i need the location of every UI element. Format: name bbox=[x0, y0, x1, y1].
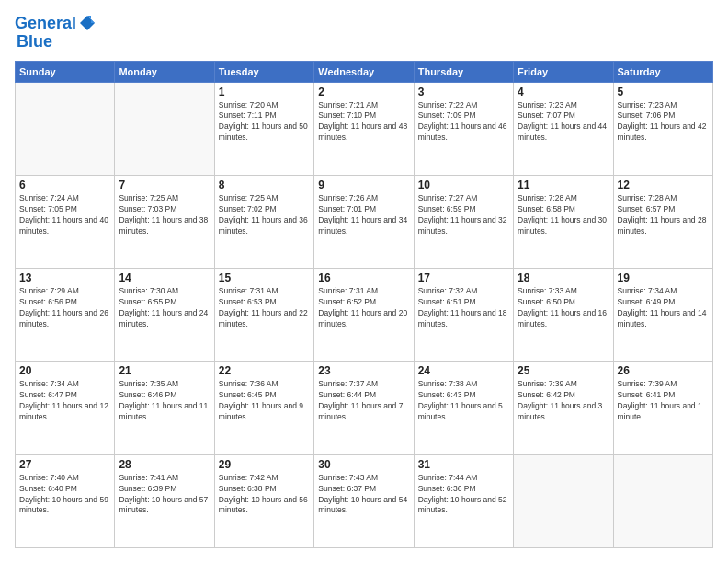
day-number: 22 bbox=[219, 364, 310, 377]
calendar-cell: 4Sunrise: 7:23 AMSunset: 7:07 PMDaylight… bbox=[514, 82, 613, 175]
day-number: 4 bbox=[518, 86, 609, 98]
weekday-header-monday: Monday bbox=[115, 61, 214, 82]
day-number: 14 bbox=[119, 271, 210, 284]
calendar-cell: 5Sunrise: 7:23 AMSunset: 7:06 PMDaylight… bbox=[613, 82, 712, 175]
day-number: 23 bbox=[318, 364, 409, 377]
calendar-week-1: 6Sunrise: 7:24 AMSunset: 7:05 PMDaylight… bbox=[16, 175, 713, 268]
cell-info: Sunrise: 7:36 AMSunset: 6:45 PMDaylight:… bbox=[219, 379, 310, 423]
cell-info: Sunrise: 7:35 AMSunset: 6:46 PMDaylight:… bbox=[119, 379, 210, 423]
calendar-cell: 2Sunrise: 7:21 AMSunset: 7:10 PMDaylight… bbox=[314, 82, 414, 175]
calendar-cell: 9Sunrise: 7:26 AMSunset: 7:01 PMDaylight… bbox=[314, 175, 414, 268]
calendar-cell: 7Sunrise: 7:25 AMSunset: 7:03 PMDaylight… bbox=[115, 175, 214, 268]
cell-info: Sunrise: 7:29 AMSunset: 6:56 PMDaylight:… bbox=[19, 286, 110, 330]
calendar-cell: 17Sunrise: 7:32 AMSunset: 6:51 PMDayligh… bbox=[414, 269, 513, 362]
cell-info: Sunrise: 7:28 AMSunset: 6:58 PMDaylight:… bbox=[518, 193, 609, 237]
logo-text: General bbox=[15, 15, 76, 33]
calendar-cell: 13Sunrise: 7:29 AMSunset: 6:56 PMDayligh… bbox=[16, 269, 115, 362]
calendar-cell: 8Sunrise: 7:25 AMSunset: 7:02 PMDaylight… bbox=[214, 175, 313, 268]
cell-info: Sunrise: 7:31 AMSunset: 6:52 PMDaylight:… bbox=[318, 286, 409, 330]
page: General Blue SundayMondayTuesdayWednesda… bbox=[0, 0, 728, 563]
cell-info: Sunrise: 7:34 AMSunset: 6:49 PMDaylight:… bbox=[618, 286, 709, 330]
day-number: 11 bbox=[518, 178, 609, 191]
day-number: 16 bbox=[318, 271, 409, 284]
calendar-week-4: 27Sunrise: 7:40 AMSunset: 6:40 PMDayligh… bbox=[16, 454, 713, 547]
calendar-cell bbox=[613, 454, 712, 547]
day-number: 8 bbox=[219, 178, 310, 191]
logo: General Blue bbox=[15, 15, 97, 52]
cell-info: Sunrise: 7:37 AMSunset: 6:44 PMDaylight:… bbox=[318, 379, 409, 423]
cell-info: Sunrise: 7:40 AMSunset: 6:40 PMDaylight:… bbox=[19, 473, 110, 517]
cell-info: Sunrise: 7:25 AMSunset: 7:02 PMDaylight:… bbox=[219, 193, 310, 237]
calendar-cell bbox=[115, 82, 214, 175]
day-number: 7 bbox=[119, 178, 210, 191]
day-number: 20 bbox=[19, 364, 110, 377]
calendar-cell: 18Sunrise: 7:33 AMSunset: 6:50 PMDayligh… bbox=[514, 269, 613, 362]
day-number: 5 bbox=[618, 86, 709, 98]
day-number: 25 bbox=[518, 364, 609, 377]
weekday-header-wednesday: Wednesday bbox=[314, 61, 414, 82]
day-number: 24 bbox=[418, 364, 509, 377]
calendar-cell: 27Sunrise: 7:40 AMSunset: 6:40 PMDayligh… bbox=[16, 454, 115, 547]
weekday-header-sunday: Sunday bbox=[16, 61, 115, 82]
weekday-header-thursday: Thursday bbox=[414, 61, 513, 82]
cell-info: Sunrise: 7:31 AMSunset: 6:53 PMDaylight:… bbox=[219, 286, 310, 330]
cell-info: Sunrise: 7:39 AMSunset: 6:41 PMDaylight:… bbox=[618, 379, 709, 423]
calendar-week-3: 20Sunrise: 7:34 AMSunset: 6:47 PMDayligh… bbox=[16, 362, 713, 454]
day-number: 6 bbox=[19, 178, 110, 191]
weekday-header-saturday: Saturday bbox=[613, 61, 712, 82]
day-number: 9 bbox=[318, 178, 409, 191]
cell-info: Sunrise: 7:33 AMSunset: 6:50 PMDaylight:… bbox=[518, 286, 609, 330]
cell-info: Sunrise: 7:23 AMSunset: 7:07 PMDaylight:… bbox=[518, 100, 609, 144]
cell-info: Sunrise: 7:44 AMSunset: 6:36 PMDaylight:… bbox=[418, 473, 509, 517]
weekday-header-tuesday: Tuesday bbox=[214, 61, 313, 82]
day-number: 30 bbox=[318, 458, 409, 471]
calendar-cell: 1Sunrise: 7:20 AMSunset: 7:11 PMDaylight… bbox=[214, 82, 313, 175]
cell-info: Sunrise: 7:32 AMSunset: 6:51 PMDaylight:… bbox=[418, 286, 509, 330]
cell-info: Sunrise: 7:23 AMSunset: 7:06 PMDaylight:… bbox=[618, 100, 709, 144]
calendar-cell: 31Sunrise: 7:44 AMSunset: 6:36 PMDayligh… bbox=[414, 454, 513, 547]
calendar-cell bbox=[514, 454, 613, 547]
weekday-header-friday: Friday bbox=[514, 61, 613, 82]
calendar-cell: 30Sunrise: 7:43 AMSunset: 6:37 PMDayligh… bbox=[314, 454, 414, 547]
calendar-cell: 19Sunrise: 7:34 AMSunset: 6:49 PMDayligh… bbox=[613, 269, 712, 362]
calendar-cell: 10Sunrise: 7:27 AMSunset: 6:59 PMDayligh… bbox=[414, 175, 513, 268]
day-number: 31 bbox=[418, 458, 509, 471]
day-number: 17 bbox=[418, 271, 509, 284]
calendar-cell: 23Sunrise: 7:37 AMSunset: 6:44 PMDayligh… bbox=[314, 362, 414, 454]
day-number: 26 bbox=[618, 364, 709, 377]
calendar-cell: 12Sunrise: 7:28 AMSunset: 6:57 PMDayligh… bbox=[613, 175, 712, 268]
logo-icon bbox=[78, 14, 97, 32]
calendar-cell: 15Sunrise: 7:31 AMSunset: 6:53 PMDayligh… bbox=[214, 269, 313, 362]
day-number: 27 bbox=[19, 458, 110, 471]
calendar-cell: 16Sunrise: 7:31 AMSunset: 6:52 PMDayligh… bbox=[314, 269, 414, 362]
calendar-cell: 14Sunrise: 7:30 AMSunset: 6:55 PMDayligh… bbox=[115, 269, 214, 362]
calendar-table: SundayMondayTuesdayWednesdayThursdayFrid… bbox=[15, 61, 713, 548]
calendar-cell: 3Sunrise: 7:22 AMSunset: 7:09 PMDaylight… bbox=[414, 82, 513, 175]
calendar-cell: 21Sunrise: 7:35 AMSunset: 6:46 PMDayligh… bbox=[115, 362, 214, 454]
calendar-cell: 11Sunrise: 7:28 AMSunset: 6:58 PMDayligh… bbox=[514, 175, 613, 268]
day-number: 21 bbox=[119, 364, 210, 377]
day-number: 15 bbox=[219, 271, 310, 284]
cell-info: Sunrise: 7:38 AMSunset: 6:43 PMDaylight:… bbox=[418, 379, 509, 423]
day-number: 10 bbox=[418, 178, 509, 191]
calendar-week-0: 1Sunrise: 7:20 AMSunset: 7:11 PMDaylight… bbox=[16, 82, 713, 175]
day-number: 28 bbox=[119, 458, 210, 471]
calendar-cell: 6Sunrise: 7:24 AMSunset: 7:05 PMDaylight… bbox=[16, 175, 115, 268]
cell-info: Sunrise: 7:28 AMSunset: 6:57 PMDaylight:… bbox=[618, 193, 709, 237]
logo-text2: Blue bbox=[17, 33, 52, 52]
weekday-header-row: SundayMondayTuesdayWednesdayThursdayFrid… bbox=[16, 61, 713, 82]
day-number: 13 bbox=[19, 271, 110, 284]
cell-info: Sunrise: 7:24 AMSunset: 7:05 PMDaylight:… bbox=[19, 193, 110, 237]
day-number: 2 bbox=[318, 86, 409, 98]
cell-info: Sunrise: 7:34 AMSunset: 6:47 PMDaylight:… bbox=[19, 379, 110, 423]
calendar-cell bbox=[16, 82, 115, 175]
calendar-week-2: 13Sunrise: 7:29 AMSunset: 6:56 PMDayligh… bbox=[16, 269, 713, 362]
cell-info: Sunrise: 7:42 AMSunset: 6:38 PMDaylight:… bbox=[219, 473, 310, 517]
cell-info: Sunrise: 7:41 AMSunset: 6:39 PMDaylight:… bbox=[119, 473, 210, 517]
day-number: 29 bbox=[219, 458, 310, 471]
day-number: 3 bbox=[418, 86, 509, 98]
day-number: 18 bbox=[518, 271, 609, 284]
cell-info: Sunrise: 7:25 AMSunset: 7:03 PMDaylight:… bbox=[119, 193, 210, 237]
calendar-cell: 28Sunrise: 7:41 AMSunset: 6:39 PMDayligh… bbox=[115, 454, 214, 547]
cell-info: Sunrise: 7:22 AMSunset: 7:09 PMDaylight:… bbox=[418, 100, 509, 144]
